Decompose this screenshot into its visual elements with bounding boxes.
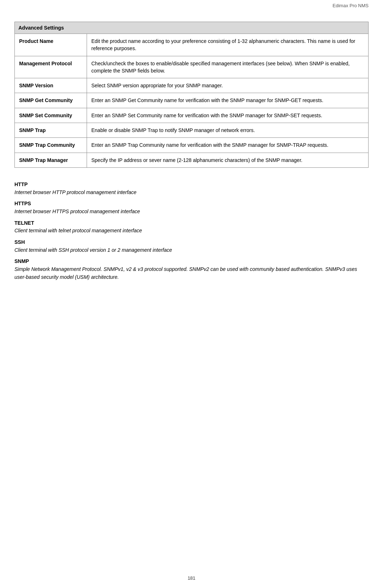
table-row: Management ProtocolCheck/uncheck the box…: [15, 56, 369, 78]
table-row: SNMP TrapEnable or disable SNMP Trap to …: [15, 123, 369, 138]
table-row: SNMP Trap ManagerSpecify the IP address …: [15, 153, 369, 167]
settings-table: Advanced Settings Product NameEdit the p…: [14, 22, 369, 168]
definition-term: SNMP: [14, 258, 369, 266]
term-cell: SNMP Trap: [15, 123, 87, 138]
table-row: SNMP Trap CommunityEnter an SNMP Trap Co…: [15, 138, 369, 153]
definitions-section: HTTPInternet browser HTTP protocol manag…: [14, 181, 369, 281]
definition-term: HTTPS: [14, 200, 369, 208]
definition-description: Internet browser HTTPS protocol manageme…: [14, 208, 369, 216]
page-number: 181: [0, 575, 383, 581]
description-cell: Select SNMP version appropriate for your…: [87, 78, 369, 93]
definition-description: Simple Network Management Protocol. SNMP…: [14, 266, 369, 281]
term-cell: Product Name: [15, 34, 87, 56]
description-cell: Edit the product name according to your …: [87, 34, 369, 56]
brand-header: Edimax Pro NMS: [332, 3, 369, 8]
description-cell: Enter an SNMP Trap Community name for ve…: [87, 138, 369, 153]
definition-term: TELNET: [14, 219, 369, 227]
description-cell: Enter an SNMP Get Community name for ver…: [87, 93, 369, 108]
term-cell: SNMP Trap Community: [15, 138, 87, 153]
term-cell: SNMP Get Community: [15, 93, 87, 108]
description-cell: Specify the IP address or sever name (2-…: [87, 153, 369, 167]
term-cell: SNMP Trap Manager: [15, 153, 87, 167]
definition-term: SSH: [14, 238, 369, 246]
term-cell: SNMP Set Community: [15, 108, 87, 123]
description-cell: Enter an SNMP Set Community name for ver…: [87, 108, 369, 123]
table-row: SNMP Set CommunityEnter an SNMP Set Comm…: [15, 108, 369, 123]
table-row: SNMP VersionSelect SNMP version appropri…: [15, 78, 369, 93]
definition-term: HTTP: [14, 181, 369, 189]
page-number-text: 181: [188, 575, 196, 581]
main-content: Advanced Settings Product NameEdit the p…: [14, 22, 369, 281]
brand-name: Edimax Pro NMS: [332, 3, 369, 8]
definition-description: Client terminal with telnet protocol man…: [14, 227, 369, 235]
table-header: Advanced Settings: [15, 22, 369, 34]
table-row: SNMP Get CommunityEnter an SNMP Get Comm…: [15, 93, 369, 108]
description-cell: Check/uncheck the boxes to enable/disabl…: [87, 56, 369, 78]
description-cell: Enable or disable SNMP Trap to notify SN…: [87, 123, 369, 138]
page-container: Edimax Pro NMS Advanced Settings Product…: [0, 0, 383, 588]
table-row: Product NameEdit the product name accord…: [15, 34, 369, 56]
definition-description: Client terminal with SSH protocol versio…: [14, 246, 369, 254]
term-cell: Management Protocol: [15, 56, 87, 78]
term-cell: SNMP Version: [15, 78, 87, 93]
definition-description: Internet browser HTTP protocol managemen…: [14, 189, 369, 197]
